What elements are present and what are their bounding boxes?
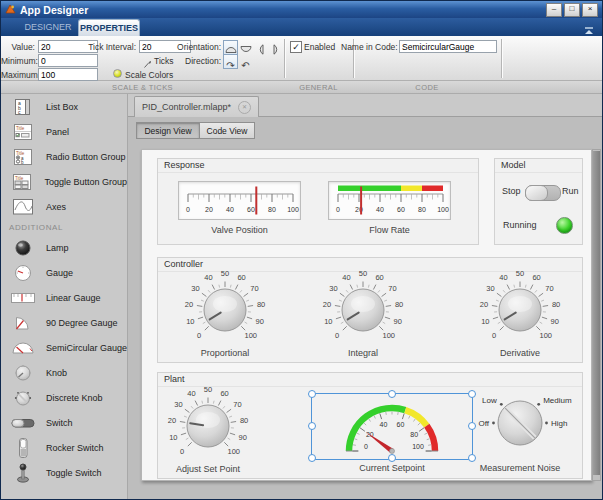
orientation-right-icon[interactable] (268, 40, 283, 55)
selection-handle[interactable] (388, 454, 396, 462)
integral-knob[interactable]: 0102030405060708090100Integral (305, 270, 421, 358)
orientation-label: Orientation: (176, 42, 221, 52)
sidebar-item-linear-gauge[interactable]: Linear Gauge (1, 285, 127, 310)
panel-controller[interactable]: Controller 0102030405060708090100Proport… (157, 257, 583, 363)
svg-text:80: 80 (257, 300, 265, 309)
tab-designer[interactable]: DESIGNER (15, 22, 81, 32)
component-label: Integral (305, 348, 421, 358)
rocker-switch-icon (8, 437, 38, 458)
svg-text:10: 10 (169, 433, 177, 442)
svg-text:20: 20 (205, 206, 213, 213)
sidebar-item-gauge[interactable]: Gauge (1, 260, 127, 285)
svg-text:0: 0 (186, 206, 190, 213)
svg-text:0: 0 (180, 447, 184, 456)
app-designer-icon (5, 4, 16, 15)
sidebar-item-lamp[interactable]: Lamp (1, 235, 127, 260)
code-view-button[interactable]: Code View (199, 122, 255, 139)
ticks-button[interactable]: Ticks (154, 56, 178, 66)
proportional-knob[interactable]: 0102030405060708090100Proportional (167, 270, 283, 358)
scrollbar-thumb[interactable] (593, 151, 600, 475)
svg-text:80: 80 (395, 300, 403, 309)
design-canvas[interactable]: Response 020406080100Valve Position 0204… (141, 149, 592, 481)
document-tab[interactable]: PID_Controller.mlapp* ✕ (134, 96, 259, 117)
selection-handle[interactable] (308, 454, 316, 462)
svg-text:90: 90 (551, 317, 559, 326)
direction-counterclockwise-icon[interactable]: ↶ (238, 54, 253, 69)
adjust-set-point-knob[interactable]: 0102030405060708090100Adjust Set Point (150, 386, 266, 474)
svg-text:40: 40 (499, 273, 507, 282)
svg-text:40: 40 (204, 273, 212, 282)
svg-text:High: High (551, 419, 567, 428)
svg-text:50: 50 (516, 270, 524, 278)
maximum-input[interactable] (38, 68, 98, 81)
svg-text:80: 80 (552, 300, 560, 309)
sidebar-item-rocker-switch[interactable]: Rocker Switch (1, 435, 127, 460)
sidebar-item-switch[interactable]: Switch (1, 410, 127, 435)
document-tab-bar: PID_Controller.mlapp* ✕ (128, 94, 603, 117)
panel-response[interactable]: Response 020406080100Valve Position 0204… (157, 158, 479, 245)
enabled-checkbox[interactable]: ✓ (290, 41, 302, 53)
sidebar-item-semicircular-gauge[interactable]: SemiCircular Gauge (1, 335, 127, 360)
ribbon-separator (284, 39, 285, 78)
value-label: Value: (1, 42, 35, 52)
svg-text:30: 30 (329, 284, 337, 293)
sidebar-item-discrete-knob[interactable]: Discrete Knob (1, 385, 127, 410)
sidebar-item-ninety-degree-gauge[interactable]: 90 Degree Gauge (1, 310, 127, 335)
selection-handle[interactable] (388, 390, 396, 398)
minimize-button[interactable]: – (546, 3, 562, 17)
titlebar: App Designer – □ × (1, 1, 602, 18)
scale-colors-button[interactable]: Scale Colors (125, 70, 185, 80)
panel-model[interactable]: Model Stop Run Running (494, 158, 583, 245)
sidebar-item-panel[interactable]: TitlePanel (1, 119, 127, 144)
selection-handle[interactable] (308, 390, 316, 398)
switch-handle[interactable] (525, 185, 548, 201)
axes-icon (8, 196, 38, 217)
selection-handle[interactable] (308, 422, 316, 430)
document-tab-label: PID_Controller.mlapp* (142, 102, 231, 112)
svg-text:70: 70 (250, 284, 258, 293)
measurement-noise-knob[interactable]: OffLowMediumHighMeasurement Noise (458, 385, 582, 473)
scale-colors-icon[interactable] (113, 69, 122, 78)
close-document-icon[interactable]: ✕ (238, 101, 251, 114)
running-lamp[interactable] (556, 217, 573, 234)
maximize-button[interactable]: □ (564, 3, 580, 17)
app-designer-window: App Designer – □ × DESIGNER PROPERTIES V… (0, 0, 603, 500)
switch-stop-label: Stop (502, 186, 521, 196)
sidebar-item-list-box[interactable]: abcList Box (1, 94, 127, 119)
sidebar-item-toggle-button-group[interactable]: TitleToggle Button Group (1, 169, 127, 194)
sidebar-item-knob[interactable]: Knob (1, 360, 127, 385)
orientation-up-icon[interactable] (223, 40, 238, 55)
svg-text:10: 10 (324, 317, 332, 326)
orientation-left-icon[interactable] (253, 40, 268, 55)
run-switch[interactable] (525, 185, 561, 201)
knob-graphic: 0102030405060708090100 (150, 386, 266, 462)
svg-text:60: 60 (532, 273, 540, 282)
section-general: GENERAL (284, 83, 353, 92)
panel-plant[interactable]: Plant 0102030405060708090100Adjust Set P… (157, 372, 583, 479)
close-button[interactable]: × (582, 3, 598, 17)
orientation-down-icon[interactable] (238, 40, 253, 55)
minimum-input[interactable] (38, 54, 98, 67)
direction-clockwise-icon[interactable]: ↷ (223, 54, 238, 69)
flow-rate-gauge[interactable]: 020406080100Flow Rate (328, 181, 451, 235)
svg-text:80: 80 (240, 416, 248, 425)
svg-text:20: 20 (168, 416, 176, 425)
sidebar-item-axes[interactable]: Axes (1, 194, 127, 219)
tab-properties[interactable]: PROPERTIES (78, 19, 140, 36)
derivative-knob[interactable]: 0102030405060708090100Derivative (462, 270, 578, 358)
sidebar-item-toggle-switch[interactable]: Toggle Switch (1, 460, 127, 485)
svg-text:60: 60 (375, 273, 383, 282)
design-view-button[interactable]: Design View (136, 122, 200, 139)
name-in-code-input[interactable] (399, 40, 497, 53)
svg-text:60: 60 (220, 389, 228, 398)
sidebar-item-radio-button-group[interactable]: TitleabRadio Button Group (1, 144, 127, 169)
canvas-scrollbar[interactable] (592, 149, 601, 481)
collapse-ribbon-icon[interactable] (583, 22, 595, 32)
current-setpoint-gauge[interactable]: 020406080100Current Setpoint (311, 393, 473, 460)
svg-text:90: 90 (394, 317, 402, 326)
component-label: Derivative (462, 348, 578, 358)
valve-position-gauge[interactable]: 020406080100Valve Position (178, 181, 301, 235)
lamp-icon (8, 237, 38, 258)
svg-text:40: 40 (226, 206, 234, 213)
list-box-icon: abc (8, 96, 38, 117)
